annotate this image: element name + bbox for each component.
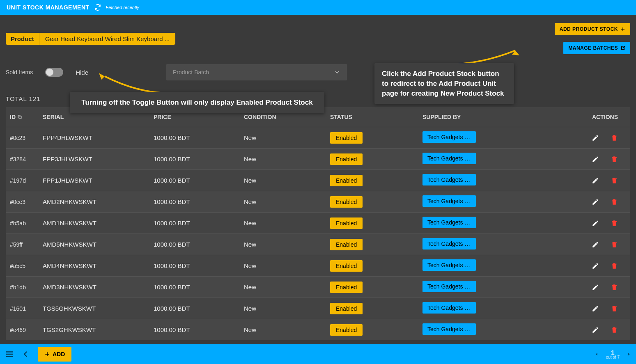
edit-icon[interactable] [592, 284, 599, 291]
cell-condition: New [244, 241, 330, 248]
manage-batches-button[interactable]: MANAGE BATCHES [563, 42, 630, 54]
col-condition[interactable]: CONDITION [244, 114, 330, 120]
cell-status: Enabled [330, 175, 422, 186]
cell-condition: New [244, 198, 330, 205]
back-icon[interactable] [22, 350, 30, 358]
table-row: #0c23FPP4JHLWSKWT1000.00 BDTNewEnabledTe… [6, 127, 630, 148]
delete-icon[interactable] [611, 134, 618, 142]
cell-actions [546, 134, 626, 142]
edit-icon[interactable] [592, 177, 599, 184]
col-supplied-by[interactable]: SUPPLIED BY [422, 114, 546, 120]
cell-actions [546, 220, 626, 227]
table-row: #1601TGS5GHKWSKWT1000.00 BDTNewEnabledTe… [6, 298, 630, 319]
supplier-badge[interactable]: Tech Gadgets Su... [422, 259, 476, 271]
cell-serial: TGS2GHKWSKWT [43, 326, 154, 333]
col-price[interactable]: PRICE [154, 114, 244, 120]
table-row: #e469TGS2GHKWSKWT1000.00 BDTNewEnabledTe… [6, 319, 630, 340]
supplier-badge[interactable]: Tech Gadgets Su... [422, 302, 476, 314]
sold-items-toggle[interactable] [45, 68, 63, 77]
add-button[interactable]: ADD [38, 347, 71, 362]
status-badge[interactable]: Enabled [330, 132, 363, 144]
edit-icon[interactable] [592, 262, 599, 270]
cell-supplier: Tech Gadgets Su... [422, 281, 546, 293]
cell-price: 1000.00 BDT [154, 220, 244, 227]
product-batch-select[interactable]: Product Batch [166, 64, 347, 80]
copy-icon [17, 114, 22, 119]
status-badge[interactable]: Enabled [330, 217, 363, 229]
hide-label: Hide [76, 69, 88, 76]
cell-serial: AMD4NHKWSKWT [43, 262, 154, 269]
status-badge[interactable]: Enabled [330, 239, 363, 250]
pager: 1 out of 7 [595, 349, 631, 359]
cell-status: Enabled [330, 153, 422, 165]
col-status[interactable]: STATUS [330, 114, 422, 120]
plus-icon [620, 27, 625, 32]
cell-price: 1000.00 BDT [154, 284, 244, 291]
delete-icon[interactable] [611, 284, 618, 291]
cell-price: 1000.00 BDT [154, 262, 244, 269]
edit-icon[interactable] [592, 241, 599, 248]
manage-batches-label: MANAGE BATCHES [568, 45, 618, 51]
cell-actions [546, 241, 626, 248]
cell-status: Enabled [330, 260, 422, 272]
edit-icon[interactable] [592, 305, 599, 312]
add-product-stock-button[interactable]: ADD PRODUCT STOCK [555, 23, 630, 35]
table-row: #b1dbAMD3NHKWSKWT1000.00 BDTNewEnabledTe… [6, 276, 630, 298]
delete-icon[interactable] [611, 305, 618, 312]
menu-icon[interactable] [5, 350, 14, 359]
delete-icon[interactable] [611, 177, 618, 184]
cell-id: #b5ab [10, 220, 43, 227]
external-link-icon [620, 46, 625, 50]
supplier-badge[interactable]: Tech Gadgets Su... [422, 174, 476, 185]
edit-icon[interactable] [592, 134, 599, 142]
col-id[interactable]: ID [10, 114, 43, 120]
supplier-badge[interactable]: Tech Gadgets Su... [422, 323, 476, 335]
cell-supplier: Tech Gadgets Su... [422, 238, 546, 251]
status-badge[interactable]: Enabled [330, 196, 363, 208]
cell-condition: New [244, 305, 330, 312]
delete-icon[interactable] [611, 220, 618, 227]
status-badge[interactable]: Enabled [330, 175, 363, 186]
edit-icon[interactable] [592, 326, 599, 334]
cell-status: Enabled [330, 303, 422, 314]
edit-icon[interactable] [592, 220, 599, 227]
col-serial[interactable]: SERIAL [43, 114, 154, 120]
cell-status: Enabled [330, 239, 422, 250]
edit-icon[interactable] [592, 198, 599, 206]
pager-next-icon[interactable] [627, 351, 631, 357]
table-row: #59ffAMD5NHKWSKWT1000.00 BDTNewEnabledTe… [6, 234, 630, 255]
cell-actions [546, 305, 626, 312]
cell-actions [546, 326, 626, 334]
cell-condition: New [244, 156, 330, 163]
cell-condition: New [244, 326, 330, 333]
refresh-icon[interactable] [94, 4, 101, 11]
table-row: #a5c5AMD4NHKWSKWT1000.00 BDTNewEnabledTe… [6, 255, 630, 276]
delete-icon[interactable] [611, 262, 618, 270]
add-product-stock-label: ADD PRODUCT STOCK [560, 26, 618, 32]
supplier-badge[interactable]: Tech Gadgets Su... [422, 131, 476, 143]
cell-price: 1000.00 BDT [154, 156, 244, 163]
delete-icon[interactable] [611, 156, 618, 163]
add-button-label: ADD [53, 351, 65, 357]
pager-prev-icon[interactable] [595, 351, 599, 357]
delete-icon[interactable] [611, 326, 618, 334]
cell-supplier: Tech Gadgets Su... [422, 217, 546, 229]
status-badge[interactable]: Enabled [330, 260, 363, 272]
status-badge[interactable]: Enabled [330, 324, 363, 336]
cell-status: Enabled [330, 282, 422, 293]
supplier-badge[interactable]: Tech Gadgets Su... [422, 153, 476, 164]
supplier-badge[interactable]: Tech Gadgets Su... [422, 195, 476, 207]
delete-icon[interactable] [611, 241, 618, 248]
supplier-badge[interactable]: Tech Gadgets Su... [422, 281, 476, 292]
edit-icon[interactable] [592, 156, 599, 163]
delete-icon[interactable] [611, 198, 618, 206]
cell-condition: New [244, 262, 330, 269]
svg-rect-0 [19, 116, 21, 119]
cell-id: #3284 [10, 156, 43, 163]
status-badge[interactable]: Enabled [330, 303, 363, 314]
fetched-label: Fetched recently [106, 5, 139, 10]
supplier-badge[interactable]: Tech Gadgets Su... [422, 217, 476, 228]
status-badge[interactable]: Enabled [330, 282, 363, 293]
supplier-badge[interactable]: Tech Gadgets Su... [422, 238, 476, 250]
status-badge[interactable]: Enabled [330, 153, 363, 165]
